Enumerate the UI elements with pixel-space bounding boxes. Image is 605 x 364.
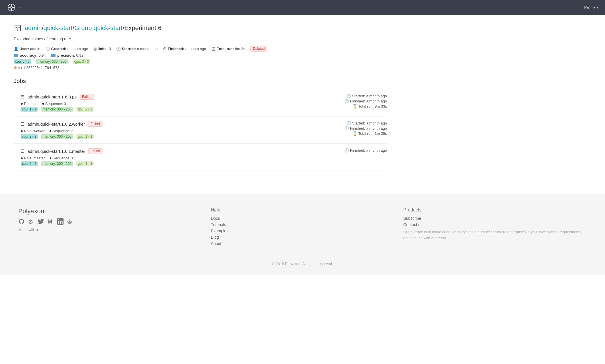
job-total-value-1: 8m 33s: [375, 104, 387, 108]
created-value: a month ago: [67, 47, 88, 51]
job-item: ☰ admin.quick-start.1.6.3.ps Failed ● Ro…: [14, 89, 387, 116]
slack-icon[interactable]: ⚙: [28, 218, 35, 225]
linkedin-icon[interactable]: [57, 218, 64, 225]
role-dot-icon-1: ●: [21, 101, 23, 106]
gpu-chip: gpu: 3 - 3: [73, 59, 90, 64]
meta-row-1: 👤 User: admin 🕐 Created: a month ago ▦ J…: [14, 46, 387, 52]
job-right-2: 🕐 Started: a month ago 🕐 Finished: a mon…: [324, 121, 387, 136]
meta-created: 🕐 Created: a month ago: [46, 47, 88, 51]
role-label-1: Role:: [24, 102, 32, 106]
seq-label-2: Sequence:: [52, 129, 70, 133]
github-icon[interactable]: [18, 218, 25, 225]
breadcrumb-group[interactable]: Group quick-start: [74, 24, 123, 32]
job-resources-3: cpu: 2 - 2 memory: 300 - 200 gpu: 1 - 1: [21, 161, 324, 166]
job-item: ☰ admin.quick-start.1.6.1.master Failed …: [14, 143, 387, 171]
total-run-value: 8m 3s: [235, 47, 245, 51]
job-gpu-2: gpu: 1 - 1: [76, 134, 94, 139]
seq-label-1: Sequence:: [45, 102, 63, 106]
jobs-label: Jobs:: [98, 47, 108, 51]
job-name-row-3: ☰ admin.quick-start.1.6.1.master Failed: [21, 148, 324, 154]
seq-value-3: 1: [71, 156, 73, 160]
medium-icon[interactable]: M: [48, 218, 54, 225]
job-meta-2: ● Role: worker ● Sequence: 2: [21, 128, 324, 133]
footer-copyright: © 2018 Polyaxon. All rights reserved.: [18, 257, 587, 266]
job-name-1: admin.quick-start.1.6.3.ps: [27, 94, 77, 99]
started-value: a month ago: [137, 47, 158, 51]
job-role-2: ● Role: worker: [21, 128, 45, 133]
role-label-3: Role:: [24, 156, 32, 160]
total-run-label: Total run:: [217, 47, 234, 51]
breadcrumb-admin[interactable]: admin: [25, 24, 42, 32]
lr-item: ⚙ lr: 1.2589254117941673: [14, 66, 60, 70]
started-label: Started:: [122, 47, 136, 51]
job-lines-icon-3: ☰: [21, 149, 25, 154]
meta-jobs: ▦ Jobs: 3: [93, 47, 111, 51]
metric-precision: precision: 0.92: [51, 53, 83, 58]
job-name-3: admin.quick-start.1.6.1.master: [27, 149, 85, 154]
job-cpu-chip-1: cpu: 1 - 1: [21, 107, 38, 112]
footer-link-about[interactable]: About: [211, 241, 394, 246]
job-total-value-2: 1m 25s: [375, 131, 387, 136]
job-mem-chip-3: memory: 300 - 200: [41, 161, 73, 166]
job-item: ☰ admin.quick-start.1.6.2.worker Failed …: [14, 116, 387, 143]
job-finished-2: 🕐 Finished: a month ago: [324, 126, 387, 130]
metric-accuracy: accuracy: 0.94: [14, 53, 46, 58]
role-value-2: worker: [33, 129, 45, 133]
precision-bar-icon: [51, 54, 56, 57]
finished-value: a month ago: [185, 47, 206, 51]
job-name-row-1: ☰ admin.quick-start.1.6.3.ps Failed: [21, 94, 324, 100]
footer-link-tutorials[interactable]: Tutorials: [211, 222, 394, 227]
job-finished-icon-1: 🕐: [344, 99, 349, 103]
producthunt-icon[interactable]: ☮: [67, 218, 74, 225]
navbar: ··· Profile ▾: [0, 0, 605, 15]
job-cpu-1: cpu: 1 - 1: [21, 107, 38, 112]
made-with-text: Made with ♥: [18, 228, 202, 232]
finished-label: Finished:: [168, 47, 184, 51]
job-role-3: ● Role: master: [21, 156, 45, 160]
navbar-profile[interactable]: Profile ▾: [584, 5, 598, 10]
job-total-icon-1: ⌛: [353, 104, 357, 108]
job-seq-2: ● Sequence: 2: [49, 128, 73, 133]
footer-brand: Polyaxon ⚙ M ☮ Made with ♥: [18, 207, 202, 248]
jobs-section-title: Jobs: [14, 78, 387, 84]
cube-icon: [14, 24, 22, 32]
footer-link-blog[interactable]: Blog: [211, 235, 394, 240]
job-seq-3: ● Sequence: 1: [50, 156, 74, 160]
job-left-2: ☰ admin.quick-start.1.6.2.worker Failed …: [21, 121, 324, 139]
footer-link-subscribe[interactable]: Subscribe: [403, 216, 587, 221]
job-mem-2: memory: 300 - 200: [41, 134, 73, 139]
status-badge: Deleted: [250, 46, 267, 52]
job-resources-1: cpu: 1 - 1 memory: 300 - 200 gpu: 2 - 2: [21, 107, 324, 112]
footer-mission: Our mission is to make deep learning sim…: [403, 229, 587, 241]
user-label: User:: [19, 47, 29, 51]
role-dot-icon-3: ●: [21, 156, 23, 160]
precision-label: precision:: [57, 53, 75, 58]
job-status-badge-1: Failed: [80, 94, 94, 100]
svg-point-1: [10, 6, 13, 9]
meta-row-4: ⚙ lr: 1.2589254117941673: [14, 66, 387, 70]
meta-finished: ⏱ Finished: a month ago: [163, 47, 206, 51]
job-gpu-1: gpu: 2 - 2: [76, 107, 94, 112]
breadcrumb-experiment: Experiment 6: [124, 24, 162, 32]
breadcrumb-quick-start[interactable]: quick-start: [44, 24, 72, 32]
precision-value: 0.92: [76, 53, 83, 58]
resource-memory: memory: 600 - 900: [36, 59, 68, 64]
job-gpu-chip-3: gpu: 1 - 1: [76, 161, 94, 166]
job-cpu-chip-2: cpu: 2 - 3: [21, 134, 38, 139]
job-cpu-2: cpu: 2 - 3: [21, 134, 38, 139]
job-lines-icon-2: ☰: [21, 121, 25, 127]
footer: Polyaxon ⚙ M ☮ Made with ♥ Help: [0, 194, 605, 275]
role-value-3: master: [33, 156, 45, 160]
job-started-value-2: a month ago: [366, 121, 387, 125]
footer-link-contact[interactable]: Contact us: [403, 222, 587, 227]
job-total-label-2: Total run:: [358, 131, 373, 136]
job-right-1: 🕐 Started: a month ago 🕐 Finished: a mon…: [324, 94, 387, 109]
job-left-3: ☰ admin.quick-start.1.6.1.master Failed …: [21, 148, 324, 166]
footer-social-icons: ⚙ M ☮: [18, 218, 202, 225]
job-total-2: ⌛ Total run: 1m 25s: [324, 131, 387, 136]
footer-link-docs[interactable]: Docs: [211, 216, 394, 221]
resource-gpu: gpu: 3 - 3: [73, 59, 90, 64]
footer-link-examples[interactable]: Examples: [211, 229, 394, 233]
job-meta-1: ● Role: ps ● Sequence: 3: [21, 101, 324, 106]
twitter-icon[interactable]: [38, 218, 45, 225]
